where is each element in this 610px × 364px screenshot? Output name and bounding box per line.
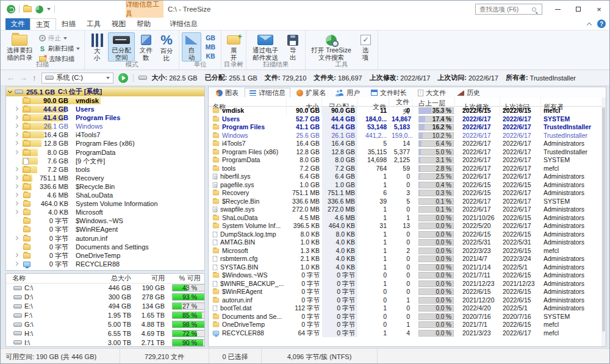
- table-row[interactable]: $Windows.~WS 0 字节 0 字节 0 0 0.0 % 2021/7/…: [209, 271, 606, 280]
- drive-row[interactable]: C:\ 446 GB 190 GB 43 %: [6, 284, 204, 293]
- table-row[interactable]: DumpStack.log.tmp 8.0 KB 8.0 KB 1 0 0.0 …: [209, 230, 606, 239]
- table-row[interactable]: swapfile.sys 272.0 MB 272.0 MB 1 0 0.1 %…: [209, 205, 606, 214]
- tree-item[interactable]: 12.8 GB Program Files (x86): [6, 139, 204, 148]
- forward-icon[interactable]: →: [20, 73, 27, 82]
- tree-root-row[interactable]: 255.1 GB C:\ 位于 [系统]: [6, 87, 204, 96]
- up-icon[interactable]: ↑: [32, 73, 37, 82]
- expander-icon[interactable]: [14, 253, 18, 257]
- start-scan-icon[interactable]: [118, 73, 128, 83]
- file-menu-button[interactable]: 文件: [5, 18, 30, 30]
- back-icon[interactable]: ←: [7, 73, 15, 82]
- table-row[interactable]: autorun.inf 0 字节 0 字节 0 1 0.0 % 2021/12/…: [209, 296, 606, 305]
- tree-item[interactable]: 0 字节 Documents and Settings: [6, 243, 204, 251]
- select-directories-button[interactable]: 选择要扫 描的目录: [3, 32, 36, 62]
- table-row[interactable]: $WINRE_BACKUP_... 0 字节 0 字节 1 0 0.0 % 20…: [209, 280, 606, 288]
- tree-item[interactable]: 7.6 GB [9 个文件]: [6, 157, 204, 165]
- expand-tree-button[interactable]: 展 开: [224, 32, 243, 62]
- tree-item[interactable]: 0 字节 RECYCLER88: [6, 260, 204, 268]
- search-icon[interactable]: [532, 7, 536, 12]
- refresh-scan-button[interactable]: 刷新扫描: [37, 44, 82, 53]
- table-row[interactable]: bootTel.dat 112 字节 0 字节 1 0 0.0 % 2022/4…: [209, 304, 606, 313]
- table-row[interactable]: tools 7.2 GB 7.2 GB 764 59 2.8 % 2022/6/…: [209, 165, 606, 173]
- expander-icon[interactable]: [14, 210, 18, 214]
- tree-item[interactable]: 16.4 GB i4Tools7: [6, 130, 204, 139]
- menu-tab[interactable]: 工具: [81, 18, 106, 30]
- expander-icon[interactable]: [14, 167, 18, 171]
- details-tab[interactable]: 用户: [332, 88, 365, 98]
- table-row[interactable]: vmdisk 90.0 GB 90.0 GB 11 0 35.3 % 2022/…: [209, 107, 606, 115]
- collapse-ribbon-icon[interactable]: [587, 22, 592, 27]
- table-row[interactable]: Users 52.7 GB 44.4 GB 184,0... 14,867 17…: [209, 115, 606, 124]
- tree-item[interactable]: 4.0 KB Microsoft: [6, 208, 204, 216]
- close-button[interactable]: ×: [589, 1, 609, 18]
- table-row[interactable]: System Volume Inf... 396.5 KB 464.0 KB 3…: [209, 222, 606, 230]
- tree-item[interactable]: 0 字节 $Windows.~WS: [6, 216, 204, 225]
- table-row[interactable]: hiberfil.sys 6.4 GB 6.4 GB 1 0 2.5 % 202…: [209, 173, 606, 181]
- send-email-button[interactable]: 通过电子 邮件发送: [249, 32, 282, 62]
- table-row[interactable]: RECYCLER88 64 字节 0 字节 1 4 0.0 % 2021/3/2…: [209, 329, 606, 338]
- details-tab[interactable]: 详细信息: [245, 88, 290, 98]
- tree-item[interactable]: 44.4 GB Users: [6, 105, 204, 113]
- table-row[interactable]: SYSTAG.BIN 1.0 KB 4.0 KB 1 0 0.0 % 2021/…: [209, 263, 606, 272]
- tree-item[interactable]: 4.6 MB ShaLouData: [6, 191, 204, 199]
- column-header[interactable]: % 可用: [172, 274, 205, 283]
- help-icon[interactable]: ?: [597, 20, 606, 28]
- tree-item[interactable]: 90.0 GB vmdisk: [6, 96, 204, 105]
- drive-row[interactable]: G:\ 5.00 TB 4.88 TB 98 %: [6, 320, 204, 329]
- table-row[interactable]: $WinREAgent 0 字节 0 字节 0 0 0.0 % 2022/6/1…: [209, 288, 606, 296]
- drive-row[interactable]: H:\ 6.55 TB 4.69 TB 72 %: [6, 329, 204, 338]
- expander-icon[interactable]: [14, 235, 18, 240]
- qat-dropdown-icon[interactable]: [47, 8, 51, 10]
- export-button[interactable]: 导 出: [283, 32, 303, 62]
- drive-row[interactable]: F:\ 1.95 TB 1.65 TB 85 %: [6, 311, 204, 320]
- column-header[interactable]: 名称: [6, 274, 79, 283]
- maximize-button[interactable]: [568, 1, 589, 18]
- expander-icon[interactable]: [14, 176, 18, 180]
- mode-percent-button[interactable]: 百分 比: [157, 32, 176, 62]
- table-row[interactable]: ShaLouData 4.5 MB 4.6 MB 1 1 0.0 % 2021/…: [209, 214, 606, 223]
- unit-gb-button[interactable]: GB: [203, 34, 218, 42]
- table-row[interactable]: i4Tools7 16.4 GB 16.4 GB 5 14 6.4 % 2022…: [209, 140, 606, 148]
- table-row[interactable]: Windows 25.6 GB 26.1 GB 441,2... 159,0..…: [209, 132, 606, 140]
- table-row[interactable]: Microsoft 1.3 KB 4.0 KB 1 2 0.0 % 2022/3…: [209, 247, 606, 255]
- collapse-icon[interactable]: [8, 88, 12, 93]
- expander-icon[interactable]: [14, 150, 18, 154]
- file-search-button[interactable]: 打开 TreeSize 文件搜索: [308, 32, 354, 62]
- table-row[interactable]: Program Files (x86) 12.8 GB 12.8 GB 35,1…: [209, 148, 606, 157]
- vertical-scrollbar[interactable]: [601, 98, 606, 346]
- table-row[interactable]: rsbmterm.cfg 2.1 KB 4.0 KB 1 0 0.0 % 202…: [209, 255, 606, 263]
- menu-tab[interactable]: 视图: [106, 18, 131, 30]
- expander-icon[interactable]: [14, 141, 18, 145]
- drive-selector[interactable]: 系统 (C:): [41, 73, 113, 84]
- tree-item[interactable]: 8.0 GB ProgramData: [6, 148, 204, 157]
- menu-tab[interactable]: 主页: [30, 18, 56, 30]
- tree-item[interactable]: 0 字节 $WinREAgent: [6, 225, 204, 234]
- options-button[interactable]: 选 项: [356, 32, 375, 62]
- expander-icon[interactable]: [14, 107, 18, 111]
- details-tab[interactable]: 图表: [211, 88, 243, 98]
- table-row[interactable]: pagefile.sys 1.0 GB 1.0 GB 1 0 0.4 % 202…: [209, 181, 606, 190]
- mode-filecount-button[interactable]: 文件 数: [136, 32, 156, 62]
- tree-item[interactable]: 336.6 MB $Recycle.Bin: [6, 182, 204, 191]
- search-input[interactable]: [478, 5, 532, 13]
- table-row[interactable]: $Recycle.Bin 336.6 MB 336.6 MB 39 5 0.1 …: [209, 198, 606, 206]
- menu-tab[interactable]: 扫描: [56, 18, 81, 30]
- drives-header[interactable]: 名称 总大小 可用 % 可用: [6, 274, 204, 284]
- unit-kb-button[interactable]: KB: [203, 52, 218, 60]
- unit-auto-button[interactable]: 自 动: [182, 32, 201, 62]
- details-tab[interactable]: 大文件: [413, 88, 451, 98]
- tree-item[interactable]: 41.4 GB Program Files: [6, 113, 204, 122]
- expander-icon[interactable]: [14, 262, 18, 266]
- expander-icon[interactable]: [14, 193, 18, 197]
- expander-icon[interactable]: [14, 201, 18, 205]
- column-header[interactable]: 总大小: [79, 274, 131, 283]
- details-tab[interactable]: 历史: [452, 88, 485, 98]
- expander-icon[interactable]: [14, 124, 18, 128]
- mode-allocated-button[interactable]: 已分配 空间: [108, 32, 135, 62]
- expander-icon[interactable]: [14, 115, 18, 120]
- details-tab[interactable]: 扩展名: [292, 88, 331, 98]
- scrollbar-thumb[interactable]: [602, 107, 605, 332]
- details-tab[interactable]: 文件时长: [366, 88, 412, 98]
- tree-item[interactable]: 0 字节 OneDriveTemp: [6, 251, 204, 260]
- menu-tab[interactable]: 详细信息: [164, 18, 203, 30]
